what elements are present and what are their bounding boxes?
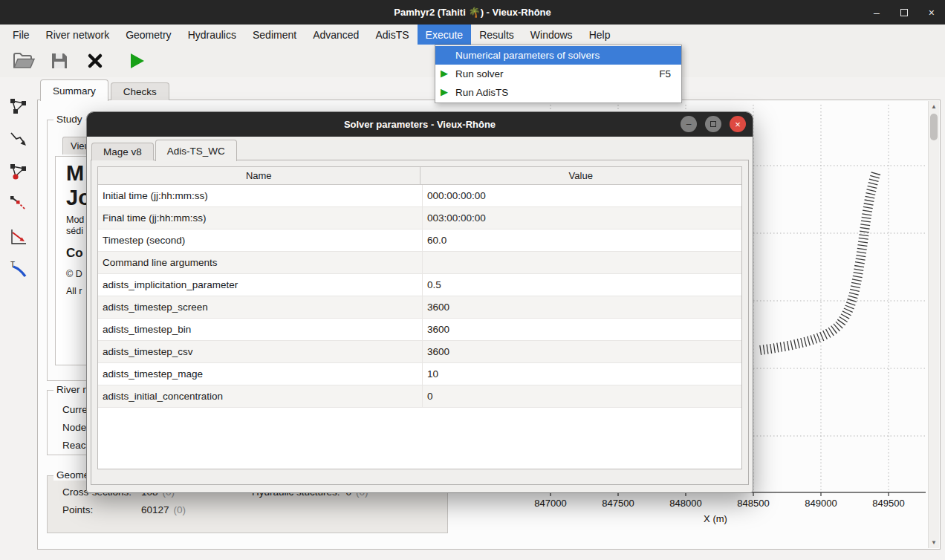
- menu-river-network[interactable]: River network: [38, 25, 118, 45]
- menu-sediment[interactable]: Sediment: [244, 25, 305, 45]
- param-value-cell[interactable]: 0.5: [423, 274, 741, 296]
- param-value-cell[interactable]: 000:00:00:00: [423, 185, 741, 206]
- param-row-adists-implicitation-parameter[interactable]: adists_implicitation_parameter0.5: [98, 274, 741, 296]
- window-titlebar[interactable]: Pamhyr2 (Tahiti 🌴) - Vieux-Rhône – ×: [0, 0, 945, 25]
- param-name-cell[interactable]: Timestep (second): [98, 229, 423, 251]
- param-name-cell[interactable]: adists_timestep_screen: [98, 296, 423, 318]
- open-folder-icon: [13, 51, 35, 71]
- menu-hydraulics[interactable]: Hydraulics: [180, 25, 244, 45]
- menu-file[interactable]: File: [4, 25, 38, 45]
- menubar: FileRiver networkGeometryHydraulicsSedim…: [0, 25, 945, 45]
- scroll-down-icon[interactable]: ▼: [929, 537, 939, 548]
- scrollbar-thumb[interactable]: [930, 114, 938, 140]
- execute-menu-item-run-adists[interactable]: ▶Run AdisTS: [435, 83, 681, 102]
- menu-item-label: Numerical parameters of solvers: [455, 50, 600, 61]
- stat-points-extra: (0): [174, 504, 186, 515]
- temperature-tool-button[interactable]: T: [7, 258, 30, 281]
- param-value-cell[interactable]: 3600: [423, 296, 741, 318]
- dialog-titlebar[interactable]: Solver parameters - Vieux-Rhône – ×: [87, 112, 753, 137]
- dialog-controls: – ×: [681, 116, 746, 132]
- run-solver-button[interactable]: [123, 48, 150, 74]
- param-name-cell[interactable]: adists_timestep_mage: [98, 363, 423, 385]
- dialog-title: Solver parameters - Vieux-Rhône: [344, 119, 496, 130]
- menu-geometry[interactable]: Geometry: [117, 25, 179, 45]
- network-tool-icon: [9, 97, 28, 116]
- dialog-minimize-icon[interactable]: –: [681, 116, 697, 132]
- save-button[interactable]: [46, 48, 73, 74]
- x-tick-label: 848500: [737, 498, 769, 509]
- tab-checks[interactable]: Checks: [111, 82, 169, 100]
- dialog-tabbar: Mage v8 Adis-TS_WC: [91, 139, 237, 160]
- x-tick-label: 847000: [534, 498, 566, 509]
- param-row-adists-timestep-mage[interactable]: adists_timestep_mage10: [98, 363, 741, 385]
- param-name-cell[interactable]: Final time (jj:hh:mm:ss): [98, 207, 423, 229]
- param-value-cell[interactable]: 10: [423, 363, 741, 385]
- minimize-icon[interactable]: –: [874, 7, 880, 19]
- param-name-cell[interactable]: adists_initial_concentration: [98, 385, 423, 407]
- execute-menu-item-run-solver[interactable]: ▶Run solverF5: [435, 65, 681, 83]
- network-tool-button[interactable]: [7, 95, 30, 117]
- column-header-value[interactable]: Value: [420, 167, 742, 184]
- param-name-cell[interactable]: adists_implicitation_parameter: [98, 274, 423, 296]
- close-icon[interactable]: ×: [929, 7, 935, 19]
- run-icon: [127, 51, 146, 71]
- parameters-table: Name Value Initial time (jj:hh:mm:ss)000…: [97, 166, 742, 469]
- menu-adists[interactable]: AdisTS: [367, 25, 417, 45]
- tab-summary[interactable]: Summary: [40, 79, 108, 101]
- param-value-cell[interactable]: [423, 252, 741, 273]
- profile-tool-button[interactable]: [7, 128, 30, 150]
- menu-help[interactable]: Help: [581, 25, 619, 45]
- param-value-cell[interactable]: 3600: [423, 319, 741, 340]
- param-value-cell[interactable]: 3600: [423, 341, 741, 362]
- param-row-adists-initial-concentration[interactable]: adists_initial_concentration0: [98, 385, 741, 408]
- study-group-label: Study: [53, 114, 85, 125]
- execute-menu-item-numerical-parameters-of-solvers[interactable]: Numerical parameters of solvers: [435, 46, 681, 65]
- param-row-initial-time-jj-hh-mm-ss[interactable]: Initial time (jj:hh:mm:ss)000:00:00:00: [98, 185, 741, 207]
- vertical-scrollbar[interactable]: ▲ ▼: [928, 101, 939, 548]
- param-name-cell[interactable]: adists_timestep_csv: [98, 341, 423, 362]
- profile-tool-icon: [9, 129, 28, 149]
- add-node-tool-button[interactable]: [7, 160, 30, 183]
- branch-tool-icon: [9, 195, 28, 214]
- maximize-icon[interactable]: [900, 9, 908, 16]
- close-study-button[interactable]: [82, 48, 108, 74]
- x-tick-label: 848000: [669, 498, 701, 509]
- menu-execute[interactable]: Execute: [418, 25, 472, 45]
- execute-menu: Numerical parameters of solvers▶Run solv…: [435, 45, 682, 103]
- river-channel-path: [758, 173, 876, 351]
- menu-advanced[interactable]: Advanced: [305, 25, 367, 45]
- param-row-timestep-second[interactable]: Timestep (second)60.0: [98, 229, 741, 252]
- window-title: Pamhyr2 (Tahiti 🌴) - Vieux-Rhône: [394, 7, 551, 18]
- column-header-name[interactable]: Name: [98, 167, 420, 184]
- tab-mage-v8[interactable]: Mage v8: [91, 143, 154, 160]
- play-icon: ▶: [441, 68, 448, 79]
- param-name-cell[interactable]: Command line arguments: [98, 252, 423, 273]
- tab-checks-label: Checks: [123, 86, 157, 97]
- save-icon: [50, 51, 69, 71]
- menu-results[interactable]: Results: [471, 25, 522, 45]
- dialog-close-icon[interactable]: ×: [730, 116, 746, 132]
- stat-points: Points: 60127 (0): [62, 504, 186, 515]
- tab-adis-ts-wc[interactable]: Adis-TS_WC: [155, 140, 237, 161]
- param-value-cell[interactable]: 0: [423, 385, 741, 407]
- param-name-cell[interactable]: adists_timestep_bin: [98, 319, 423, 340]
- param-row-adists-timestep-screen[interactable]: adists_timestep_screen3600: [98, 296, 741, 319]
- param-value-cell[interactable]: 60.0: [423, 229, 741, 251]
- play-icon: ▶: [441, 86, 448, 97]
- dialog-maximize-icon[interactable]: [705, 116, 721, 132]
- tab-summary-label: Summary: [53, 85, 96, 97]
- stat-points-value: 60127: [141, 504, 169, 515]
- param-row-adists-timestep-csv[interactable]: adists_timestep_csv3600: [98, 341, 741, 363]
- param-value-cell[interactable]: 003:00:00:00: [423, 207, 741, 229]
- branch-tool-button[interactable]: [7, 193, 30, 215]
- menu-windows[interactable]: Windows: [522, 25, 581, 45]
- param-row-command-line-arguments[interactable]: Command line arguments: [98, 252, 741, 274]
- x-tick-label: 849000: [805, 498, 837, 509]
- tab-mage-v8-label: Mage v8: [103, 146, 142, 157]
- param-row-adists-timestep-bin[interactable]: adists_timestep_bin3600: [98, 319, 741, 341]
- param-name-cell[interactable]: Initial time (jj:hh:mm:ss): [98, 185, 423, 206]
- open-button[interactable]: [10, 48, 37, 74]
- param-row-final-time-jj-hh-mm-ss[interactable]: Final time (jj:hh:mm:ss)003:00:00:00: [98, 207, 741, 229]
- slope-tool-button[interactable]: [7, 226, 30, 248]
- scroll-up-icon[interactable]: ▲: [929, 101, 939, 112]
